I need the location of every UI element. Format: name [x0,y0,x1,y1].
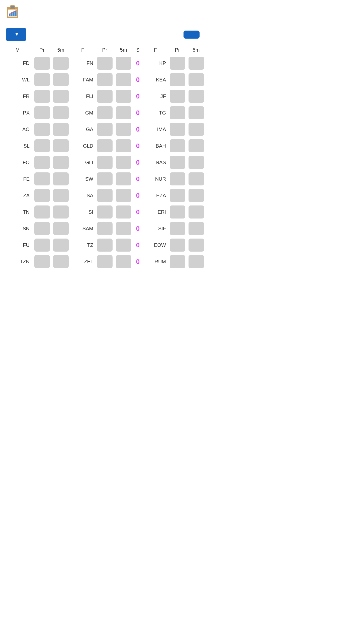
cell-5m3[interactable] [189,255,204,268]
row-label-col3: SI [70,209,95,215]
cell-5m2[interactable] [116,57,131,70]
cell-pr1[interactable] [34,73,50,86]
cell-5m2[interactable] [116,106,131,119]
cell-pr2[interactable] [97,255,113,268]
cell-5m1[interactable] [53,123,69,136]
cell-pr2[interactable] [97,90,113,103]
cell-5m3[interactable] [189,106,204,119]
row-label-col3: SAM [70,226,95,232]
cell-pr2[interactable] [97,239,113,252]
cell-5m1[interactable] [53,255,69,268]
cell-5m2[interactable] [116,73,131,86]
cell-pr1[interactable] [34,172,50,185]
table-row: FE SW 0 NUR [3,172,203,186]
score-cell: 0 [133,208,143,216]
cell-5m2[interactable] [116,139,131,152]
cell-pr1[interactable] [34,106,50,119]
cell-5m1[interactable] [53,189,69,202]
score-cell: 0 [133,258,143,266]
cell-5m3[interactable] [189,205,204,219]
row-label-col3: GM [70,110,95,116]
nav-bar: ▼ [0,23,206,46]
cell-5m1[interactable] [53,156,69,169]
older-arrow: ▼ [15,32,19,37]
cell-pr1[interactable] [34,205,50,219]
cell-5m1[interactable] [53,139,69,152]
cell-pr1[interactable] [34,57,50,70]
cell-5m3[interactable] [189,57,204,70]
cell-pr1[interactable] [34,239,50,252]
cell-5m2[interactable] [116,90,131,103]
cell-pr1[interactable] [34,189,50,202]
cell-pr1[interactable] [34,222,50,235]
cell-5m2[interactable] [116,222,131,235]
cell-pr2[interactable] [97,189,113,202]
cell-pr3[interactable] [170,156,185,169]
col-header-pr1: Pr [33,46,51,54]
cell-5m3[interactable] [189,139,204,152]
cell-pr3[interactable] [170,123,185,136]
cell-pr1[interactable] [34,90,50,103]
cell-pr3[interactable] [170,57,185,70]
cell-pr2[interactable] [97,57,113,70]
cell-5m3[interactable] [189,172,204,185]
cell-5m1[interactable] [53,57,69,70]
score-cell: 0 [133,175,143,183]
svg-rect-6 [13,12,15,16]
cell-5m3[interactable] [189,156,204,169]
cell-5m2[interactable] [116,255,131,268]
cell-5m2[interactable] [116,205,131,219]
table-row: FO GLI 0 NAS [3,155,203,170]
cell-5m1[interactable] [53,106,69,119]
cell-pr3[interactable] [170,255,185,268]
cell-pr2[interactable] [97,222,113,235]
cell-pr3[interactable] [170,73,185,86]
cell-pr1[interactable] [34,139,50,152]
cell-pr3[interactable] [170,139,185,152]
row-label-col1: FR [3,93,33,99]
cell-pr1[interactable] [34,255,50,268]
cell-pr2[interactable] [97,205,113,219]
cell-5m3[interactable] [189,123,204,136]
score-cell: 0 [133,92,143,100]
cell-pr3[interactable] [170,189,185,202]
cell-5m3[interactable] [189,222,204,235]
cell-pr3[interactable] [170,90,185,103]
cell-5m1[interactable] [53,90,69,103]
cell-5m2[interactable] [116,239,131,252]
next-button[interactable] [184,31,200,39]
cell-5m3[interactable] [189,73,204,86]
cell-5m3[interactable] [189,239,204,252]
cell-pr2[interactable] [97,172,113,185]
row-label-col1: FE [3,176,33,182]
cell-pr3[interactable] [170,106,185,119]
cell-pr2[interactable] [97,139,113,152]
cell-pr3[interactable] [170,205,185,219]
cell-5m2[interactable] [116,172,131,185]
cell-pr1[interactable] [34,156,50,169]
cell-5m3[interactable] [189,189,204,202]
cell-5m1[interactable] [53,222,69,235]
cell-pr1[interactable] [34,123,50,136]
cell-pr2[interactable] [97,106,113,119]
table-row: TZN ZEL 0 RUM [3,254,203,269]
cell-5m1[interactable] [53,172,69,185]
cell-pr2[interactable] [97,123,113,136]
cell-5m2[interactable] [116,156,131,169]
row-label-col3: GLI [70,160,95,165]
score-cell: 0 [133,159,143,166]
cell-pr3[interactable] [170,239,185,252]
col-header-f1: F [70,46,95,54]
cell-pr2[interactable] [97,73,113,86]
score-cell: 0 [133,109,143,117]
cell-pr3[interactable] [170,222,185,235]
cell-5m1[interactable] [53,239,69,252]
cell-pr3[interactable] [170,172,185,185]
cell-5m2[interactable] [116,189,131,202]
cell-5m1[interactable] [53,205,69,219]
cell-pr2[interactable] [97,156,113,169]
cell-5m3[interactable] [189,90,204,103]
older-button[interactable]: ▼ [6,28,26,41]
cell-5m1[interactable] [53,73,69,86]
cell-5m2[interactable] [116,123,131,136]
